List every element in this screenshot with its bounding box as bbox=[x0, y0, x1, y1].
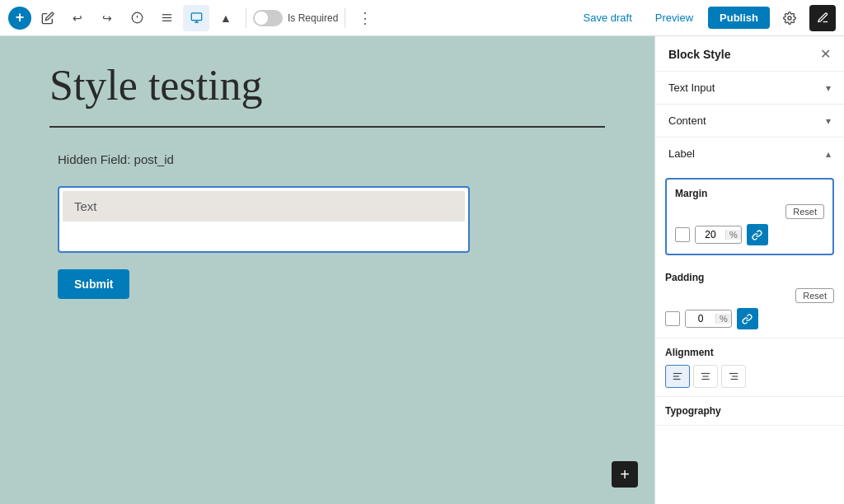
redo-button[interactable]: ↪ bbox=[94, 5, 120, 31]
padding-link-button[interactable] bbox=[737, 308, 758, 329]
label-section-label: Label bbox=[668, 147, 695, 160]
info-button[interactable] bbox=[124, 5, 150, 31]
edit-button[interactable] bbox=[35, 5, 61, 31]
text-input-section: Text Input ▾ bbox=[655, 72, 844, 105]
alignment-title: Alignment bbox=[665, 347, 834, 358]
typography-title: Typography bbox=[665, 405, 834, 417]
margin-reset-button[interactable]: Reset bbox=[785, 204, 824, 219]
label-chevron-icon: ▴ bbox=[826, 148, 831, 160]
is-required-label: Is Required bbox=[288, 12, 338, 24]
padding-value-input[interactable] bbox=[686, 310, 715, 327]
undo-button[interactable]: ↩ bbox=[64, 5, 91, 31]
canvas: Style testing Hidden Field: post_id Text… bbox=[0, 36, 654, 504]
content-section-label: Content bbox=[668, 114, 706, 127]
preview-button[interactable]: Preview bbox=[647, 7, 701, 29]
toolbar-left: + ↩ ↪ ▲ Is Required ⋮ bbox=[8, 5, 572, 31]
align-right-button[interactable] bbox=[721, 365, 746, 388]
padding-title: Padding bbox=[665, 272, 834, 283]
padding-reset-row: Reset bbox=[665, 288, 834, 303]
toolbar-divider-2 bbox=[345, 8, 345, 28]
align-center-button[interactable] bbox=[693, 365, 718, 388]
padding-unit-label: % bbox=[715, 314, 731, 324]
save-draft-button[interactable]: Save draft bbox=[575, 7, 640, 29]
text-input-wrap: Text bbox=[58, 186, 605, 253]
alignment-section: Alignment bbox=[655, 338, 844, 397]
toggle-knob bbox=[255, 12, 268, 25]
margin-controls: % bbox=[675, 224, 824, 245]
toolbar-right: Save draft Preview Publish bbox=[575, 5, 836, 31]
padding-section: Padding Reset % bbox=[655, 264, 844, 338]
text-input-section-header[interactable]: Text Input ▾ bbox=[655, 72, 844, 104]
toolbar: + ↩ ↪ ▲ Is Required ⋮ Save draft Preview… bbox=[0, 0, 844, 36]
toolbar-divider bbox=[246, 8, 246, 28]
add-block-button[interactable]: + bbox=[8, 7, 31, 30]
padding-reset-button[interactable]: Reset bbox=[795, 288, 834, 303]
publish-button[interactable]: Publish bbox=[708, 7, 770, 29]
margin-value-input[interactable] bbox=[696, 226, 725, 243]
submit-button[interactable]: Submit bbox=[58, 269, 129, 299]
alignment-buttons bbox=[665, 365, 834, 388]
padding-controls: % bbox=[665, 308, 834, 329]
content-chevron-icon: ▾ bbox=[826, 115, 831, 127]
margin-input-wrap: % bbox=[695, 226, 742, 244]
hidden-field-label: Hidden Field: post_id bbox=[58, 152, 605, 166]
more-options-button[interactable]: ⋮ bbox=[352, 5, 378, 31]
text-input-label: Text bbox=[63, 191, 465, 222]
margin-link-button[interactable] bbox=[747, 224, 768, 245]
sidebar-header: Block Style ✕ bbox=[655, 36, 844, 72]
margin-reset-row: Reset bbox=[675, 204, 824, 219]
margin-unit-label: % bbox=[725, 230, 741, 240]
sidebar-close-button[interactable]: ✕ bbox=[820, 48, 831, 61]
svg-rect-6 bbox=[191, 13, 202, 21]
page-title: Style testing bbox=[49, 61, 605, 110]
list-view-button[interactable] bbox=[153, 5, 180, 31]
svg-point-9 bbox=[788, 16, 791, 20]
text-input-section-label: Text Input bbox=[668, 82, 715, 94]
add-block-canvas-button[interactable]: + bbox=[612, 461, 638, 488]
pen-button[interactable] bbox=[809, 5, 836, 31]
settings-button[interactable] bbox=[776, 5, 803, 31]
align-left-button[interactable] bbox=[665, 365, 690, 388]
is-required-toggle[interactable] bbox=[253, 10, 283, 26]
text-input-field[interactable] bbox=[63, 222, 465, 248]
typography-section: Typography bbox=[655, 397, 844, 425]
padding-input-wrap: % bbox=[685, 310, 732, 328]
sidebar: Block Style ✕ Text Input ▾ Content ▾ Lab… bbox=[654, 36, 844, 504]
transform-button[interactable] bbox=[183, 5, 209, 31]
move-up-button[interactable]: ▲ bbox=[213, 5, 239, 31]
main-area: Style testing Hidden Field: post_id Text… bbox=[0, 36, 844, 504]
sidebar-title: Block Style bbox=[668, 48, 730, 61]
margin-box: Margin Reset % bbox=[665, 178, 834, 255]
content-section: Content ▾ bbox=[655, 105, 844, 138]
label-section-header[interactable]: Label ▴ bbox=[655, 138, 844, 170]
label-section: Label ▴ Margin Reset % bbox=[655, 138, 844, 426]
canvas-divider bbox=[49, 126, 605, 128]
is-required-toggle-wrap: Is Required bbox=[253, 10, 338, 26]
text-input-block[interactable]: Text bbox=[58, 186, 470, 253]
margin-title: Margin bbox=[675, 188, 824, 199]
text-input-chevron-icon: ▾ bbox=[826, 82, 831, 94]
padding-square-icon bbox=[665, 311, 680, 326]
content-section-header[interactable]: Content ▾ bbox=[655, 105, 844, 137]
margin-square-icon bbox=[675, 227, 690, 242]
